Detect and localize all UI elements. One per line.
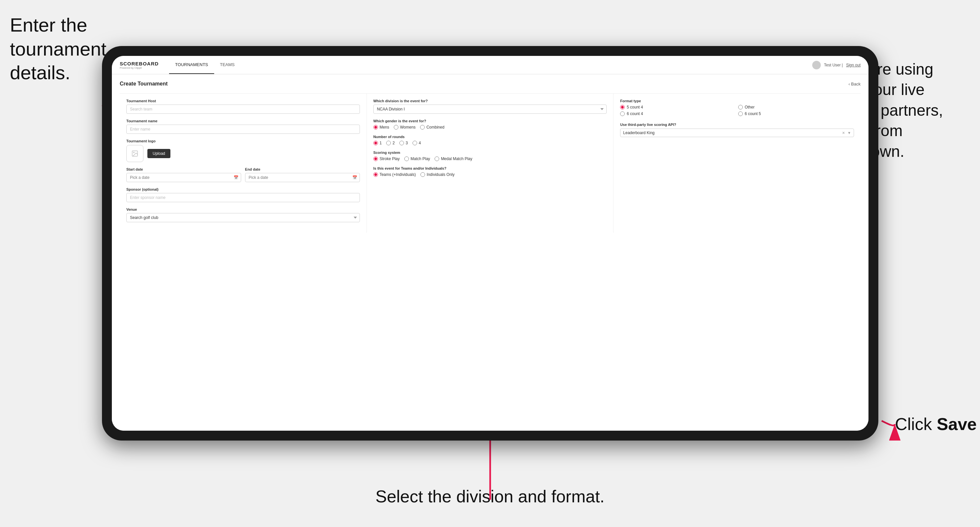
format-other[interactable]: Other — [738, 105, 854, 110]
gender-radio-group: Mens Womens Combined — [373, 125, 607, 130]
event-individuals[interactable]: Individuals Only — [420, 172, 455, 177]
scoring-dropdown-icon: ▼ — [848, 131, 851, 135]
upload-button[interactable]: Upload — [147, 149, 170, 158]
venue-group: Venue Search golf club — [126, 208, 360, 222]
division-label: Which division is the event for? — [373, 99, 607, 103]
venue-label: Venue — [126, 208, 360, 211]
round-3[interactable]: 3 — [399, 141, 408, 145]
event-teams[interactable]: Teams (+Individuals) — [373, 172, 416, 177]
form-header: Create Tournament ‹ Back — [120, 81, 861, 87]
scoring-group: Scoring system Stroke Play Match Play — [373, 151, 607, 161]
format-6count5[interactable]: 6 count 5 — [738, 111, 854, 116]
round-4[interactable]: 4 — [412, 141, 421, 145]
event-type-group: Is this event for Teams and/or Individua… — [373, 167, 607, 177]
scoring-medal[interactable]: Medal Match Play — [434, 157, 472, 161]
tab-tournaments[interactable]: TOURNAMENTS — [169, 56, 214, 74]
end-date-group: End date 📅 — [245, 167, 360, 182]
format-6count4[interactable]: 6 count 4 — [620, 111, 736, 116]
event-type-label: Is this event for Teams and/or Individua… — [373, 167, 607, 170]
form-col-3: Format type 5 count 4 Other — [614, 94, 861, 233]
tablet-screen: SCOREBOARD Powered by Clippit TOURNAMENT… — [112, 56, 869, 431]
venue-select[interactable]: Search golf club — [126, 213, 360, 222]
gender-combined[interactable]: Combined — [420, 125, 444, 130]
rounds-group: Number of rounds 1 2 — [373, 135, 607, 145]
logo-group: Tournament logo Upload — [126, 139, 360, 162]
rounds-radio-group: 1 2 3 4 — [373, 141, 607, 145]
sponsor-label: Sponsor (optional) — [126, 187, 360, 191]
gender-womens[interactable]: Womens — [394, 125, 415, 130]
form-col-2: Which division is the event for? NCAA Di… — [367, 94, 614, 233]
scoring-label: Scoring system — [373, 151, 607, 154]
end-date-input[interactable] — [245, 173, 360, 182]
name-input[interactable] — [126, 125, 360, 134]
start-date-wrap: 📅 — [126, 173, 241, 182]
round-2[interactable]: 2 — [386, 141, 395, 145]
division-select[interactable]: NCAA Division I — [373, 105, 607, 114]
name-group: Tournament name — [126, 119, 360, 134]
user-avatar — [812, 61, 821, 69]
navbar-user: Test User | Sign out — [812, 61, 861, 69]
format-type-grid: 5 count 4 Other 6 count 4 — [620, 105, 854, 116]
logo-sub: Powered by Clippit — [120, 67, 159, 69]
start-date-input[interactable] — [126, 173, 241, 182]
scoring-tag-close[interactable]: × — [842, 130, 845, 135]
gender-label: Which gender is the event for? — [373, 119, 607, 123]
annotation-division-format: Select the division and format. — [0, 486, 980, 507]
navbar: SCOREBOARD Powered by Clippit TOURNAMENT… — [112, 56, 869, 74]
tab-teams[interactable]: TEAMS — [214, 56, 241, 74]
host-input[interactable] — [126, 105, 360, 114]
form-col-1: Tournament Host Tournament name Tourname… — [120, 94, 367, 233]
rounds-label: Number of rounds — [373, 135, 607, 139]
back-link[interactable]: ‹ Back — [848, 81, 861, 86]
navbar-tabs: TOURNAMENTS TEAMS — [169, 56, 240, 74]
sponsor-input[interactable] — [126, 193, 360, 202]
scoring-match[interactable]: Match Play — [404, 157, 430, 161]
logo-text: SCOREBOARD — [120, 61, 159, 67]
form-container: Create Tournament ‹ Back Tournament Host… — [112, 74, 869, 431]
name-label: Tournament name — [126, 119, 360, 123]
round-1[interactable]: 1 — [373, 141, 382, 145]
logo-upload-area: Upload — [126, 145, 360, 162]
third-party-label: Use third-party live scoring API? — [620, 123, 854, 127]
division-group: Which division is the event for? NCAA Di… — [373, 99, 607, 114]
gender-mens[interactable]: Mens — [373, 125, 389, 130]
gender-group: Which gender is the event for? Mens Wome… — [373, 119, 607, 130]
start-date-icon: 📅 — [234, 175, 239, 180]
third-party-group: Use third-party live scoring API? Leader… — [620, 123, 854, 137]
event-type-radio-group: Teams (+Individuals) Individuals Only — [373, 172, 607, 177]
form-grid: Tournament Host Tournament name Tourname… — [120, 94, 861, 233]
start-date-group: Start date 📅 — [126, 167, 241, 182]
signout-link[interactable]: Sign out — [846, 63, 861, 67]
sponsor-group: Sponsor (optional) — [126, 187, 360, 202]
logo-label: Tournament logo — [126, 139, 360, 143]
svg-point-5 — [133, 152, 134, 153]
format-group: Format type 5 count 4 Other — [620, 99, 854, 116]
date-row: Start date 📅 End date 📅 — [126, 167, 360, 182]
end-date-label: End date — [245, 167, 360, 171]
format-label: Format type — [620, 99, 854, 103]
format-5count4[interactable]: 5 count 4 — [620, 105, 736, 110]
logo-placeholder — [126, 145, 143, 162]
end-date-icon: 📅 — [352, 175, 357, 180]
scoring-tag: Leaderboard King × ▼ — [620, 129, 854, 137]
form-title: Create Tournament — [120, 81, 168, 87]
host-group: Tournament Host — [126, 99, 360, 114]
host-label: Tournament Host — [126, 99, 360, 103]
annotation-click-save: Click Save — [895, 414, 977, 435]
navbar-logo: SCOREBOARD Powered by Clippit — [120, 61, 159, 69]
start-date-label: Start date — [126, 167, 241, 171]
end-date-wrap: 📅 — [245, 173, 360, 182]
scoring-radio-group: Stroke Play Match Play Medal Match Play — [373, 157, 607, 161]
scoring-stroke[interactable]: Stroke Play — [373, 157, 400, 161]
tablet-device: SCOREBOARD Powered by Clippit TOURNAMENT… — [102, 46, 878, 441]
annotation-enter-tournament: Enter the tournament details. — [10, 13, 106, 85]
third-party-value: Leaderboard King — [623, 130, 654, 135]
